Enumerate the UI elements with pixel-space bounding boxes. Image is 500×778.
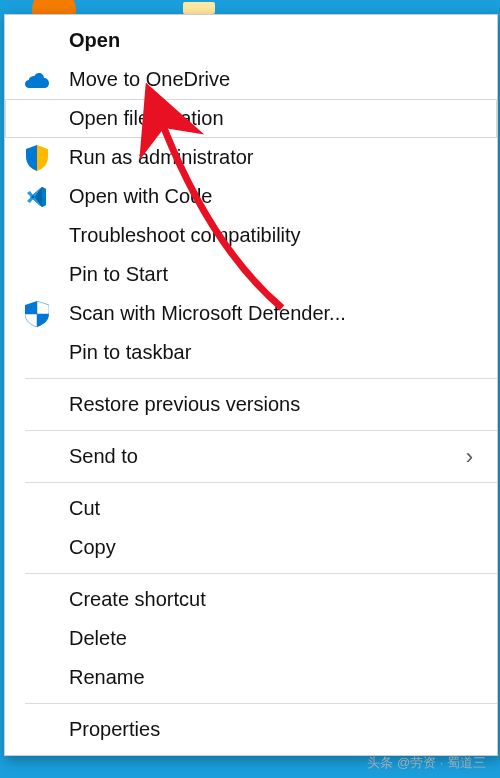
vscode-icon — [5, 185, 69, 209]
menu-label: Restore previous versions — [69, 393, 481, 416]
menu-label: Run as administrator — [69, 146, 481, 169]
shield-icon — [5, 145, 69, 171]
menu-label: Cut — [69, 497, 481, 520]
menu-item-cut[interactable]: Cut — [5, 489, 497, 528]
menu-item-send-to[interactable]: Send to › — [5, 437, 497, 476]
menu-separator — [25, 430, 497, 431]
menu-label: Open — [69, 29, 481, 52]
menu-label: Pin to Start — [69, 263, 481, 286]
onedrive-icon — [5, 71, 69, 89]
menu-item-run-admin[interactable]: Run as administrator — [5, 138, 497, 177]
menu-separator — [25, 573, 497, 574]
menu-separator — [25, 482, 497, 483]
chevron-right-icon: › — [466, 444, 473, 470]
menu-label: Properties — [69, 718, 481, 741]
menu-item-move-onedrive[interactable]: Move to OneDrive — [5, 60, 497, 99]
menu-label: Scan with Microsoft Defender... — [69, 302, 481, 325]
menu-item-rename[interactable]: Rename — [5, 658, 497, 697]
menu-label: Create shortcut — [69, 588, 481, 611]
menu-item-pin-start[interactable]: Pin to Start — [5, 255, 497, 294]
menu-item-delete[interactable]: Delete — [5, 619, 497, 658]
defender-icon — [5, 301, 69, 327]
menu-label: Pin to taskbar — [69, 341, 481, 364]
menu-separator — [25, 703, 497, 704]
menu-label: Open with Code — [69, 185, 481, 208]
watermark-text: 头条 @劳资 · 蜀道三 — [367, 754, 486, 772]
menu-label: Delete — [69, 627, 481, 650]
menu-item-open-location[interactable]: Open file location — [5, 99, 497, 138]
menu-label: Open file location — [69, 107, 481, 130]
menu-separator — [25, 378, 497, 379]
menu-item-open[interactable]: Open — [5, 21, 497, 60]
menu-label: Troubleshoot compatibility — [69, 224, 481, 247]
menu-label: Send to — [69, 445, 466, 468]
menu-item-open-code[interactable]: Open with Code — [5, 177, 497, 216]
file-context-menu: Open Move to OneDrive Open file location… — [4, 14, 498, 756]
menu-item-create-shortcut[interactable]: Create shortcut — [5, 580, 497, 619]
menu-item-restore-versions[interactable]: Restore previous versions — [5, 385, 497, 424]
menu-item-pin-taskbar[interactable]: Pin to taskbar — [5, 333, 497, 372]
menu-item-scan-defender[interactable]: Scan with Microsoft Defender... — [5, 294, 497, 333]
desktop-folder-icon — [183, 2, 215, 14]
menu-item-copy[interactable]: Copy — [5, 528, 497, 567]
menu-label: Copy — [69, 536, 481, 559]
menu-item-troubleshoot[interactable]: Troubleshoot compatibility — [5, 216, 497, 255]
menu-label: Rename — [69, 666, 481, 689]
menu-item-properties[interactable]: Properties — [5, 710, 497, 749]
menu-label: Move to OneDrive — [69, 68, 481, 91]
